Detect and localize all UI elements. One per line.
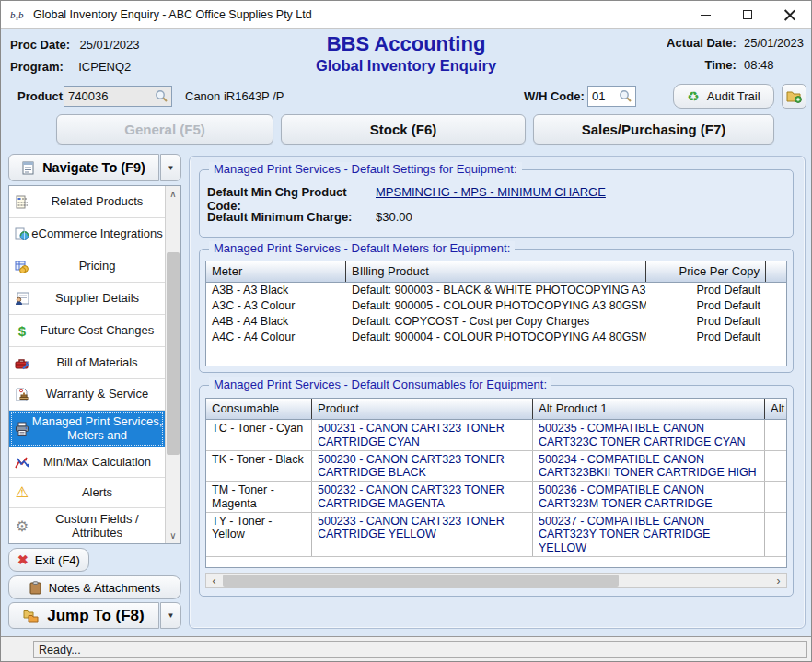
scroll-right-icon[interactable]: ›: [771, 574, 786, 587]
sidebar-item-label: Managed Print Services, Meters and: [31, 413, 163, 445]
maximize-button[interactable]: [726, 1, 769, 29]
search-icon[interactable]: [619, 89, 632, 103]
consumables-table[interactable]: Consumable Product Alt Product 1 Alt Pr …: [205, 398, 787, 568]
col-billing-product[interactable]: BIlling Product: [346, 261, 646, 282]
search-icon[interactable]: [155, 89, 168, 103]
col-consumable[interactable]: Consumable: [206, 399, 312, 419]
table-row[interactable]: A3C - A3 Colour Default: 900005 - COLOUR…: [206, 298, 786, 314]
price-cell: Prod Default: [646, 330, 766, 345]
meter-cell: A3B - A3 Black: [206, 283, 346, 298]
tab-sales-purchasing[interactable]: Sales/Purchasing (F7): [533, 114, 774, 145]
sidebar-item-managed-print-services[interactable]: Managed Print Services, Meters and: [9, 411, 165, 447]
sidebar-item-label: Min/Max Calculation: [31, 454, 163, 471]
actual-date-value: 25/01/2023: [744, 36, 804, 50]
table-row[interactable]: A4C - A4 Colour Default: 900004 - COLOUR…: [206, 330, 786, 345]
consumables-h-scrollbar[interactable]: ‹ ›: [205, 573, 787, 588]
chevron-down-icon: ▼: [168, 164, 175, 172]
tab-stock[interactable]: Stock (F6): [281, 114, 526, 145]
product-input[interactable]: [64, 89, 155, 103]
meters-table[interactable]: Meter BIlling Product Price Per Copy A3B…: [205, 261, 787, 366]
sidebar-item-pricing[interactable]: Pricing: [9, 250, 165, 283]
product-cell[interactable]: 500231 - CANON CART323 TONER CARTRIDGE C…: [312, 420, 533, 450]
col-meter[interactable]: Meter: [206, 261, 346, 282]
sidebar-item-ecommerce-integrations[interactable]: eCommerce Integrations: [9, 218, 165, 250]
navigate-to-dropdown[interactable]: ▼: [160, 154, 181, 181]
table-row[interactable]: TK - Toner - Black 500230 - CANON CART32…: [206, 451, 786, 482]
billing-cell: Default: 900004 - COLOUR PHOTOCOPYING A4…: [346, 330, 646, 345]
notes-attachments-label: Notes & Attachments: [49, 581, 160, 595]
min-chg-product-code-link[interactable]: MPSMINCHG - MPS - MINIMUM CHARGE: [376, 185, 606, 213]
add-folder-button[interactable]: [782, 84, 806, 109]
recycle-icon: ♻: [687, 89, 699, 103]
col-price-per-copy[interactable]: Price Per Copy: [646, 261, 766, 282]
alt-product-cell[interactable]: 500237 - COMPATIBLE CANON CART323Y TONER…: [533, 513, 765, 556]
jump-folders-icon: [23, 609, 40, 623]
main-content-panel: Managed Print Services - Default Setting…: [189, 156, 806, 629]
scroll-down-icon[interactable]: ∨: [166, 528, 180, 543]
scrollbar-thumb[interactable]: [167, 252, 180, 455]
time-value: 08:48: [744, 58, 804, 72]
table-row[interactable]: A3B - A3 Black Default: 900003 - BLACK &…: [206, 283, 786, 298]
printer-icon: [13, 422, 31, 436]
price-cell: Prod Default: [646, 314, 766, 330]
sidebar-item-bill-of-materials[interactable]: Bill of Materials: [9, 347, 165, 379]
billing-cell: Default: 900005 - COLOUR PHOTOCOPYING A3…: [346, 298, 646, 314]
date-time-block: Actual Date: 25/01/2023 Time: 08:48: [667, 36, 804, 72]
col-product[interactable]: Product: [312, 399, 533, 419]
table-row[interactable]: A4B - A4 Black Default: COPYCOST - Cost …: [206, 314, 786, 330]
col-alt-product-1[interactable]: Alt Product 1: [533, 399, 765, 419]
audit-trail-button[interactable]: ♻ Audit Trail: [673, 84, 774, 109]
scroll-left-icon[interactable]: ‹: [206, 574, 222, 587]
time-label: Time:: [667, 58, 737, 72]
alt-product-cell[interactable]: 500234 - COMPATIBLE CANON CART323BKII TO…: [533, 451, 765, 482]
svg-text:b: b: [18, 9, 24, 20]
sidebar-item-supplier-details[interactable]: Supplier Details: [9, 283, 165, 315]
minmax-icon: [13, 456, 31, 470]
sidebar-item-alerts[interactable]: ⚠ Alerts: [9, 478, 165, 508]
jump-to-button[interactable]: Jump To (F8): [8, 602, 159, 629]
product-cell[interactable]: 500233 - CANON CART323 TONER CARTRIDGE Y…: [312, 513, 533, 556]
scrollbar-thumb[interactable]: [223, 575, 619, 587]
pricing-icon: [13, 260, 31, 273]
exit-button[interactable]: ✖ Exit (F4): [8, 548, 89, 572]
tab-general[interactable]: General (F5): [56, 114, 273, 145]
price-cell: Prod Default: [646, 298, 766, 314]
table-row[interactable]: TY - Toner - Yellow 500233 - CANON CART3…: [206, 513, 786, 557]
sidebar-item-related-products[interactable]: Related Products: [9, 186, 165, 218]
form-icon: [22, 161, 36, 175]
sidebar-scrollbar[interactable]: ∧ ∨: [165, 186, 180, 543]
col-spare: [766, 261, 786, 282]
clipboard-icon: [29, 581, 41, 595]
product-field[interactable]: [64, 86, 172, 107]
navigate-to-label: Navigate To (F9): [42, 160, 145, 175]
app-logo-icon: b s b: [9, 6, 26, 23]
sidebar-item-future-cost-changes[interactable]: $ Future Cost Changes: [9, 315, 165, 347]
meter-cell: A3C - A3 Colour: [206, 298, 346, 314]
sidebar-item-custom-fields-attributes[interactable]: ⚙ Custom Fields / Attributes: [9, 508, 165, 543]
product-cell[interactable]: 500230 - CANON CART323 TONER CARTRIDGE B…: [312, 451, 533, 482]
alt-product-cell[interactable]: 500235 - COMPATIBLE CANON CART323C TONER…: [533, 420, 765, 450]
exit-label: Exit (F4): [35, 553, 80, 567]
actual-date-label: Actual Date:: [667, 36, 737, 50]
tab-stock-label: Stock (F6): [370, 122, 437, 137]
product-cell[interactable]: 500232 - CANON CART323 TONER CARTRIDGE M…: [312, 482, 533, 512]
notes-attachments-button[interactable]: Notes & Attachments: [8, 575, 181, 599]
sidebar-item-warranty-service[interactable]: Warranty & Service: [9, 379, 165, 411]
wh-code-input[interactable]: [588, 89, 619, 103]
sidebar-item-label: Supplier Details: [31, 290, 163, 308]
scroll-up-icon[interactable]: ∧: [166, 186, 180, 202]
table-row[interactable]: TM - Toner - Magenta 500232 - CANON CART…: [206, 482, 786, 513]
sidebar-item-min-max-calculation[interactable]: Min/Max Calculation: [9, 447, 165, 478]
alt-product-cell[interactable]: 500236 - COMPATIBLE CANON CART323M TONER…: [533, 482, 765, 512]
col-alt-product-2[interactable]: Alt Pr: [765, 399, 786, 419]
jump-to-dropdown[interactable]: ▼: [160, 602, 181, 629]
status-bar: Ready...: [1, 636, 811, 661]
close-button[interactable]: [769, 1, 811, 29]
consumable-cell: TC - Toner - Cyan: [206, 420, 312, 450]
navigate-to-button[interactable]: Navigate To (F9): [8, 154, 159, 181]
related-products-icon: [13, 195, 31, 209]
close-icon: [784, 9, 795, 20]
wh-code-field[interactable]: [587, 86, 636, 107]
minimize-button[interactable]: [684, 1, 726, 29]
table-row[interactable]: TC - Toner - Cyan 500231 - CANON CART323…: [206, 420, 786, 451]
